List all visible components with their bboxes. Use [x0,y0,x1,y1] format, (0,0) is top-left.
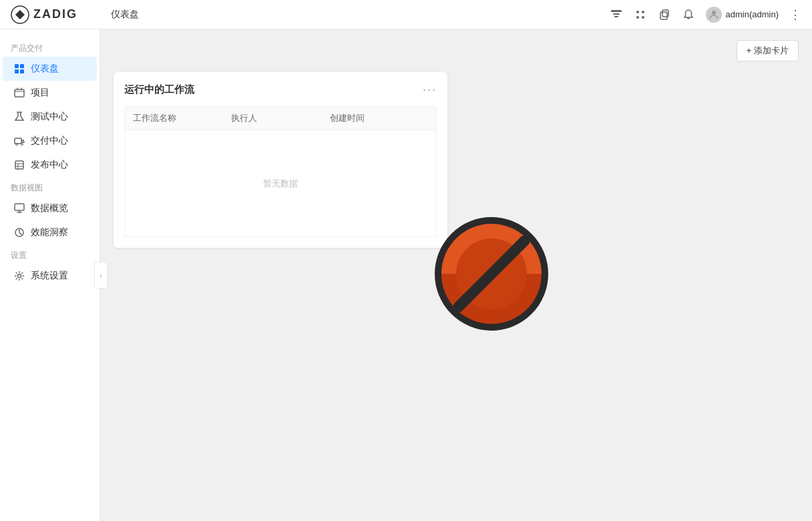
add-card-label: + 添加卡片 [747,45,789,57]
section-label-product: 产品交付 [0,37,99,57]
dashboard-icon [13,63,25,75]
svg-point-17 [16,144,18,146]
workflow-empty-text: 暂无数据 [263,178,298,190]
sidebar-label-data-overview: 数据概览 [31,202,68,214]
sidebar-item-dashboard[interactable]: 仪表盘 [3,57,97,81]
user-name: admin(admin) [726,9,779,19]
settings-icon [13,270,25,282]
svg-point-18 [21,144,23,146]
svg-rect-13 [15,69,19,73]
sidebar-item-release-center[interactable]: 发布中心 [3,153,97,177]
col-create-time: 创建时间 [330,112,428,124]
sidebar-label-projects: 项目 [31,87,49,99]
projects-icon [13,87,25,99]
svg-point-10 [712,11,716,15]
svg-point-24 [437,219,546,329]
sidebar-label-efficiency: 效能洞察 [31,226,68,238]
sidebar-label-test-center: 测试中心 [31,111,68,123]
data-overview-icon [13,202,25,214]
sidebar-label-release-center: 发布中心 [31,159,68,171]
header: ZADIG 仪表盘 [0,0,812,29]
efficiency-icon [13,226,25,238]
user-menu[interactable]: admin(admin) [706,7,779,23]
sidebar-item-data-overview[interactable]: 数据概览 [3,196,97,220]
svg-point-7 [642,16,644,19]
sidebar-item-efficiency[interactable]: 效能洞察 [3,220,97,244]
translate-icon[interactable] [610,8,623,21]
section-label-settings: 设置 [0,244,99,264]
svg-rect-19 [15,161,23,169]
col-workflow-name: 工作流名称 [133,112,231,124]
logo: ZADIG [11,5,111,24]
sidebar-item-delivery-center[interactable]: 交付中心 [3,129,97,153]
copy-icon[interactable] [658,8,671,21]
workflow-card: 运行中的工作流 ··· 工作流名称 执行人 创建时间 暂无数据 [114,72,447,248]
delivery-center-icon [13,135,25,147]
workflow-card-header: 运行中的工作流 ··· [124,83,437,97]
workflow-card-title: 运行中的工作流 [124,83,194,96]
sidebar-label-delivery-center: 交付中心 [31,135,68,147]
sidebar-label-system-settings: 系统设置 [31,270,68,282]
release-center-icon [13,159,25,171]
workflow-table-header: 工作流名称 执行人 创建时间 [124,106,437,130]
sidebar-collapse-button[interactable]: ‹ [94,262,108,289]
svg-rect-15 [15,90,24,97]
svg-point-26 [441,224,542,324]
svg-rect-16 [15,138,21,144]
sidebar-label-dashboard: 仪表盘 [31,63,59,75]
workflow-table-body: 暂无数据 [124,130,437,237]
svg-rect-20 [15,204,24,210]
logo-icon [11,5,29,24]
add-card-button[interactable]: + 添加卡片 [737,40,799,61]
sidebar: 产品交付 仪表盘 项目 [0,29,100,521]
header-more-icon[interactable]: ⋮ [789,7,801,22]
header-actions: admin(admin) ⋮ [610,7,801,23]
svg-rect-3 [614,16,618,17]
grid-icon[interactable] [634,8,647,21]
avatar [706,7,722,23]
sidebar-item-test-center[interactable]: 测试中心 [3,105,97,129]
svg-point-23 [437,219,546,329]
sidebar-item-projects[interactable]: 项目 [3,81,97,105]
main-layout: 产品交付 仪表盘 项目 [0,29,812,521]
sidebar-item-system-settings[interactable]: 系统设置 [3,264,97,288]
svg-point-4 [636,11,639,13]
svg-rect-2 [613,13,620,15]
svg-point-25 [449,231,534,317]
svg-rect-14 [20,69,24,73]
svg-point-22 [18,275,21,278]
svg-rect-27 [451,233,532,315]
test-center-icon [13,111,25,123]
content-area: + 添加卡片 运行中的工作流 ··· 工作流名称 执行人 创建时间 暂无数据 [100,29,812,521]
svg-rect-11 [15,64,19,68]
svg-rect-12 [20,64,24,68]
section-label-data: 数据视图 [0,177,99,196]
svg-point-6 [636,16,639,19]
logo-text: ZADIG [33,7,77,21]
col-executor: 执行人 [231,112,329,124]
workflow-more-button[interactable]: ··· [423,83,437,97]
prohibition-overlay [431,214,552,337]
svg-rect-1 [611,10,622,12]
bell-icon[interactable] [682,8,695,21]
svg-rect-8 [660,12,667,19]
page-title: 仪表盘 [111,9,610,21]
svg-point-5 [642,11,644,13]
